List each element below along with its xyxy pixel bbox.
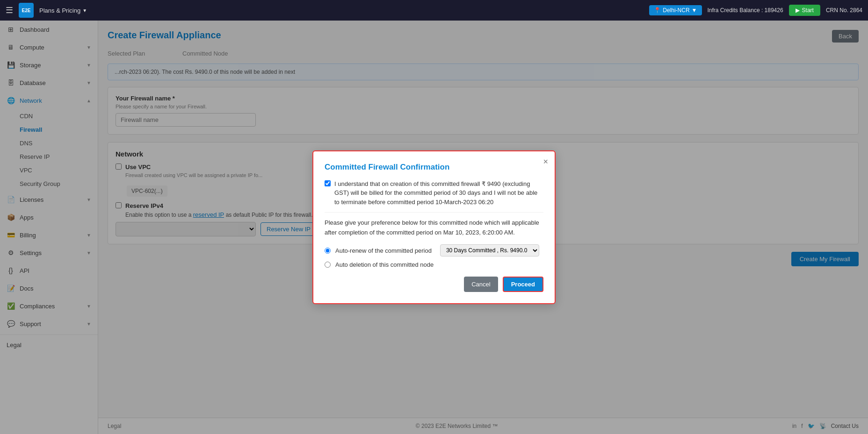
modal-auto-delete-radio[interactable]	[325, 262, 331, 268]
hamburger-icon[interactable]: ☰	[6, 5, 13, 15]
committed-firewall-modal: Committed Firewall Confirmation × I unde…	[312, 150, 556, 304]
start-button[interactable]: ▶ Start	[789, 5, 820, 16]
location-icon: 📍	[654, 7, 661, 14]
modal-overlay: Committed Firewall Confirmation × I unde…	[0, 21, 868, 434]
modal-acknowledge-row: I understand that on creation of this co…	[325, 179, 543, 207]
modal-close-button[interactable]: ×	[543, 157, 548, 167]
crn-number[interactable]: CRN No. 2864	[826, 7, 862, 14]
modal-auto-renew-select[interactable]: 30 Days Committed , Rs. 9490.0	[440, 244, 539, 256]
modal-cancel-button[interactable]: Cancel	[464, 277, 498, 292]
logo: E2E	[19, 3, 34, 18]
modal-acknowledge-text: I understand that on creation of this co…	[334, 179, 543, 207]
start-icon: ▶	[796, 7, 800, 14]
modal-auto-renew-radio[interactable]	[325, 248, 331, 254]
plans-pricing-menu[interactable]: Plans & Pricing ▼	[39, 7, 87, 14]
modal-acknowledge-checkbox[interactable]	[325, 180, 331, 186]
modal-auto-delete-label: Auto deletion of this committed node	[335, 261, 434, 268]
region-selector[interactable]: 📍 Delhi-NCR ▼	[649, 5, 702, 15]
modal-footer: Cancel Proceed	[325, 277, 543, 292]
plans-chevron-icon: ▼	[82, 8, 87, 13]
topbar: ☰ E2E Plans & Pricing ▼ 📍 Delhi-NCR ▼ In…	[0, 0, 868, 21]
modal-info-text: Please give your preference below for th…	[325, 218, 543, 238]
credits-balance: Infra Credits Balance : 189426	[708, 7, 783, 14]
modal-auto-renew-label: Auto-renew of the committed period	[335, 247, 432, 254]
region-chevron-icon: ▼	[692, 7, 697, 14]
modal-title: Committed Firewall Confirmation	[325, 163, 543, 172]
modal-auto-delete-row: Auto deletion of this committed node	[325, 261, 543, 268]
modal-proceed-button[interactable]: Proceed	[503, 277, 543, 292]
modal-preference-section: Please give your preference below for th…	[325, 212, 543, 268]
modal-auto-renew-row: Auto-renew of the committed period 30 Da…	[325, 244, 543, 256]
